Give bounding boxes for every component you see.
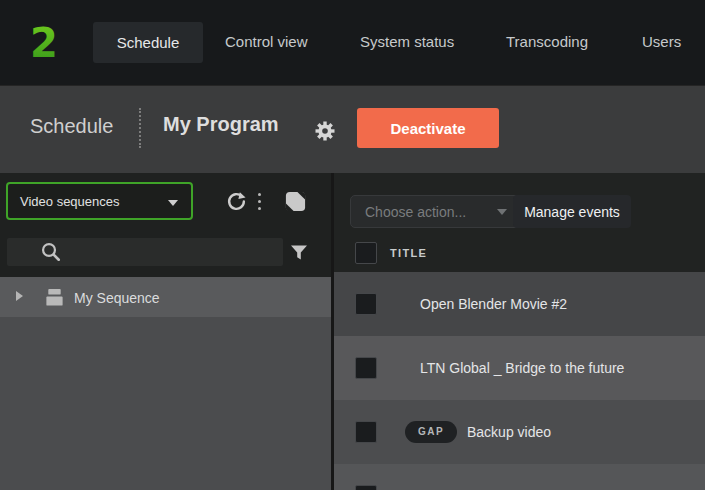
event-title: Backup video (467, 424, 551, 440)
filter-icon[interactable] (289, 243, 309, 267)
app-logo-icon[interactable]: 2 (24, 21, 64, 64)
event-title: LTN Global _ Bridge to the future (420, 360, 624, 376)
table-row[interactable]: GAP Backup video (334, 400, 705, 464)
breadcrumb: Schedule (30, 115, 113, 138)
chevron-down-icon (497, 209, 507, 215)
manage-events-button[interactable]: Manage events (513, 195, 631, 228)
row-checkbox[interactable] (355, 421, 377, 443)
row-checkbox[interactable] (355, 293, 377, 315)
page-title: My Program (163, 113, 279, 136)
table-row[interactable]: LTN Global _ Bridge to the future (334, 336, 705, 400)
search-input[interactable] (62, 240, 277, 264)
nav-tab-schedule[interactable]: Schedule (93, 22, 203, 63)
gear-icon[interactable] (313, 119, 337, 143)
select-all-checkbox[interactable] (355, 242, 377, 264)
sequence-type-dropdown[interactable]: Video sequences (6, 182, 193, 220)
chevron-down-icon (168, 200, 178, 206)
table-row[interactable]: Open Blender Movie #2 (334, 272, 705, 336)
refresh-icon[interactable] (226, 191, 247, 216)
choose-action-label: Choose action... (365, 204, 466, 220)
nav-tab-control-view[interactable]: Control view (225, 33, 308, 50)
tree-item-label: My Sequence (74, 290, 160, 306)
breadcrumb-divider (139, 108, 141, 148)
panel-toggle-icon[interactable] (284, 190, 307, 217)
choose-action-dropdown[interactable]: Choose action... (350, 195, 520, 228)
row-checkbox[interactable] (355, 485, 377, 490)
sequence-type-dropdown-value: Video sequences (20, 194, 120, 209)
table-row[interactable] (334, 464, 705, 490)
sequence-panel-body (0, 317, 332, 490)
row-checkbox[interactable] (355, 357, 377, 379)
top-navigation-bar: 2 Schedule Control view System status Tr… (0, 0, 705, 85)
column-header-title: TITLE (390, 247, 427, 259)
sequence-archive-icon (44, 287, 65, 311)
gap-badge: GAP (405, 421, 457, 443)
app-window: 2 Schedule Control view System status Tr… (0, 0, 705, 490)
nav-tab-system-status[interactable]: System status (360, 33, 454, 50)
search-icon (40, 241, 62, 267)
tree-expand-icon[interactable] (16, 291, 23, 301)
event-title: Open Blender Movie #2 (420, 296, 567, 312)
deactivate-button[interactable]: Deactivate (357, 108, 499, 148)
nav-tab-users[interactable]: Users (642, 33, 681, 50)
svg-text:2: 2 (30, 21, 58, 64)
more-options-icon[interactable] (258, 193, 262, 214)
nav-tab-transcoding[interactable]: Transcoding (506, 33, 588, 50)
